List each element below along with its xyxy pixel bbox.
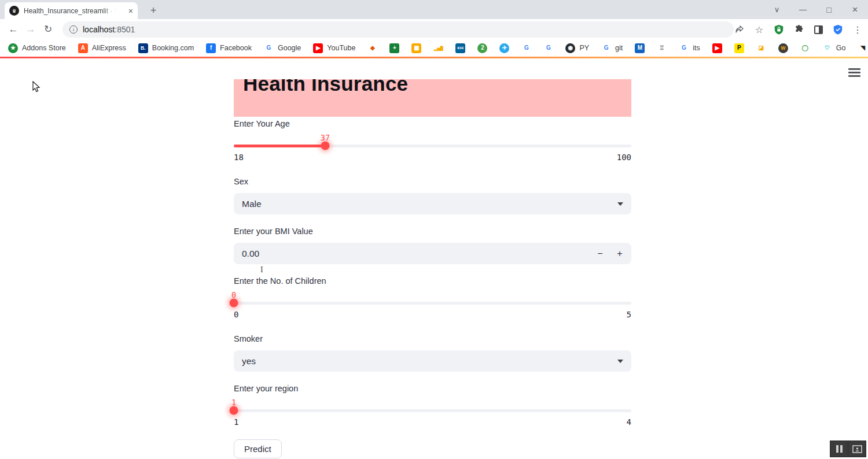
bookmark-item[interactable]: G bbox=[521, 43, 531, 53]
heart-swirl-icon: ♡ bbox=[822, 43, 832, 53]
bmi-decrement-button[interactable]: − bbox=[597, 249, 604, 259]
text-cursor-ibeam: I bbox=[260, 265, 263, 275]
bookmark-item[interactable]: 2 bbox=[477, 43, 487, 53]
bookmark-item[interactable]: ◥ bbox=[858, 43, 867, 53]
url-host: localhost bbox=[83, 25, 115, 34]
extensions-puzzle-icon[interactable] bbox=[793, 24, 804, 35]
browser-menu-kebab-icon[interactable]: ⋮ bbox=[852, 24, 863, 35]
github-icon: ◉ bbox=[565, 43, 575, 53]
aliexpress-icon: A bbox=[78, 43, 88, 53]
google-g-icon: G bbox=[264, 43, 274, 53]
back-button[interactable]: ← bbox=[5, 21, 22, 38]
bmi-increment-button[interactable]: + bbox=[616, 249, 623, 259]
bookmark-item[interactable]: GGoogle bbox=[264, 43, 301, 53]
window-close-button[interactable]: × bbox=[842, 0, 868, 19]
age-slider-thumb[interactable] bbox=[321, 142, 330, 150]
bookmark-item[interactable]: ◪ bbox=[756, 43, 766, 53]
children-slider-value: 0 bbox=[231, 290, 236, 299]
booking-icon: B. bbox=[138, 43, 148, 53]
age-slider-value: 37 bbox=[321, 133, 330, 142]
bookmark-label: Booking.com bbox=[152, 44, 194, 52]
adblock-shield-icon[interactable] bbox=[773, 24, 785, 35]
bookmark-item[interactable]: ◯ bbox=[800, 43, 810, 53]
sex-select-value: Male bbox=[242, 199, 262, 209]
sex-select[interactable]: Male bbox=[234, 193, 631, 214]
bookmark-item[interactable]: ▦ bbox=[411, 43, 421, 53]
bookmark-item[interactable]: G bbox=[543, 43, 553, 53]
site-info-icon[interactable]: i bbox=[69, 25, 78, 34]
spreadsheet-icon: + bbox=[389, 43, 399, 53]
tab-search-icon[interactable]: ∨ bbox=[764, 0, 790, 19]
children-slider-track[interactable] bbox=[234, 302, 631, 305]
bookmark-star-icon[interactable]: ☆ bbox=[753, 24, 765, 35]
bookmark-item[interactable]: B.Booking.com bbox=[138, 43, 194, 53]
bookmark-item[interactable]: ▂▅█ bbox=[433, 43, 443, 53]
tab-strip: ♛ Health_Insurance_streamlit · Stre × + … bbox=[0, 0, 868, 19]
region-slider-thumb[interactable] bbox=[230, 406, 238, 415]
orange-badge-icon: ▦ bbox=[411, 43, 421, 53]
tab-close-icon[interactable]: × bbox=[128, 6, 133, 16]
children-max-label: 5 bbox=[627, 310, 631, 319]
robot-icon: ♖ bbox=[657, 43, 667, 53]
share-icon[interactable] bbox=[734, 24, 745, 35]
bridge-icon: M bbox=[635, 43, 645, 53]
streamlit-header bbox=[0, 58, 868, 79]
bookmark-item[interactable]: P bbox=[734, 43, 744, 53]
chevron-down-icon bbox=[617, 202, 623, 206]
diamond-icon: ◆ bbox=[367, 43, 377, 53]
forward-button[interactable]: → bbox=[22, 21, 39, 38]
bookmark-item[interactable]: ▶YouTube bbox=[313, 43, 355, 53]
bookmark-label: git bbox=[615, 44, 623, 52]
bookmark-label: Addons Store bbox=[22, 44, 66, 52]
bmi-number-input[interactable]: 0.00 − + bbox=[234, 243, 631, 264]
smoker-select[interactable]: yes bbox=[234, 350, 631, 372]
region-min-label: 1 bbox=[234, 417, 238, 427]
bookmark-item[interactable]: Ggit bbox=[601, 43, 623, 53]
sex-label: Sex bbox=[234, 177, 248, 186]
region-max-label: 4 bbox=[627, 417, 631, 427]
address-bar[interactable]: i localhost:8501 bbox=[62, 21, 734, 38]
app-menu-hamburger-icon[interactable] bbox=[848, 68, 860, 77]
bookmark-item[interactable]: AAliExpress bbox=[78, 43, 126, 53]
bookmark-item[interactable]: IEEE bbox=[455, 43, 465, 53]
bookmark-item[interactable]: fFacebook bbox=[206, 43, 252, 53]
bookmark-item[interactable]: ✈ bbox=[499, 43, 509, 53]
bookmark-label: Facebook bbox=[220, 44, 252, 52]
webcam-overlay-button[interactable] bbox=[848, 441, 866, 457]
bookmark-item[interactable]: + bbox=[389, 43, 399, 53]
new-tab-button[interactable]: + bbox=[146, 3, 161, 18]
ieee-icon: IEEE bbox=[455, 43, 465, 53]
bookmark-item[interactable]: ◆ bbox=[367, 43, 377, 53]
facebook-icon: f bbox=[206, 43, 216, 53]
google-g-icon: G bbox=[543, 43, 553, 53]
bookmark-item[interactable]: ▶ bbox=[712, 43, 722, 53]
bookmark-item[interactable]: w bbox=[778, 43, 788, 53]
children-min-label: 0 bbox=[234, 310, 238, 319]
youtube-icon: ▶ bbox=[712, 43, 722, 53]
children-label: Enter the No. of Children bbox=[234, 276, 326, 286]
bookmark-item[interactable]: ♡Go bbox=[822, 43, 846, 53]
ring-icon: ◯ bbox=[800, 43, 810, 53]
bookmark-item[interactable]: ♖ bbox=[657, 43, 667, 53]
window-minimize-button[interactable]: — bbox=[790, 0, 816, 19]
age-max-label: 100 bbox=[617, 153, 631, 162]
bookmark-item[interactable]: ★Addons Store bbox=[8, 43, 66, 53]
pause-recording-button[interactable] bbox=[830, 441, 848, 457]
window-maximize-button[interactable]: □ bbox=[816, 0, 842, 19]
streamlit-favicon-icon: ♛ bbox=[9, 6, 19, 16]
browser-tab[interactable]: ♛ Health_Insurance_streamlit · Stre × bbox=[5, 2, 138, 19]
bookmarks-bar-items: ★Addons StoreAAliExpressB.Booking.comfFa… bbox=[8, 43, 868, 53]
region-slider-track[interactable] bbox=[234, 409, 631, 412]
cart-badge-icon: w bbox=[778, 43, 788, 53]
bmi-label: Enter your BMI Value bbox=[234, 227, 313, 236]
bookmark-item[interactable]: M bbox=[635, 43, 645, 53]
children-slider-thumb[interactable] bbox=[230, 299, 238, 308]
side-panel-icon[interactable] bbox=[812, 24, 824, 35]
bookmark-item[interactable]: ◉PY bbox=[565, 43, 589, 53]
predict-button[interactable]: Predict bbox=[234, 439, 282, 458]
reload-button[interactable]: ↻ bbox=[39, 21, 57, 38]
security-shield-icon[interactable] bbox=[832, 24, 844, 35]
bookmark-item[interactable]: Gits bbox=[679, 43, 700, 53]
bmi-input-value: 0.00 bbox=[242, 249, 259, 259]
analytics-icon: ▂▅█ bbox=[433, 43, 443, 53]
